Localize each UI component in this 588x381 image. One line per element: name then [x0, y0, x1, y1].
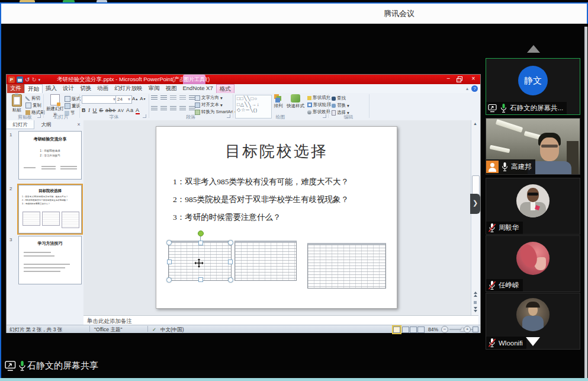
tab-home[interactable]: 开始	[24, 84, 43, 93]
resize-handle[interactable]	[228, 240, 233, 245]
tab-design[interactable]: 设计	[60, 84, 77, 93]
tab-endnote[interactable]: EndNote X7	[180, 84, 216, 93]
close-button[interactable]: ×	[469, 75, 478, 83]
help-icon[interactable]: ?	[471, 85, 478, 92]
spellcheck-icon[interactable]: ✓	[152, 326, 156, 332]
resize-handle[interactable]	[228, 260, 233, 264]
next-slide-button[interactable]	[472, 306, 478, 313]
glasses	[541, 145, 558, 148]
font-style-buttons[interactable]: B I U S abc AV Aa A	[82, 107, 140, 113]
resize-handle[interactable]	[166, 240, 172, 245]
resize-handle[interactable]	[228, 277, 233, 283]
tab-review[interactable]: 审阅	[146, 84, 163, 93]
alignment-buttons[interactable]	[151, 106, 197, 111]
replace-button[interactable]: 替换 ▾	[332, 103, 349, 108]
group-label-paragraph: 段落	[149, 114, 233, 120]
ppt-titlebar[interactable]: P ↺ ↻ ▾ 考研经验交流分享.pptx - Microsoft PowerP…	[7, 75, 480, 84]
rotation-handle[interactable]	[198, 230, 204, 236]
tab-transitions[interactable]: 切换	[77, 84, 94, 93]
qat-dropdown-icon[interactable]: ▾	[38, 76, 41, 83]
align-center-icon	[160, 106, 167, 111]
tab-insert[interactable]: 插入	[43, 84, 60, 93]
minimize-button[interactable]: −	[444, 75, 453, 83]
reading-view-button[interactable]	[410, 326, 417, 333]
slide-sorter-button[interactable]	[402, 326, 409, 333]
resize-handle[interactable]	[167, 260, 172, 264]
paste-button[interactable]: 粘贴	[9, 94, 24, 113]
shape-outline-button[interactable]: 形状轮廓 ▾	[307, 102, 335, 108]
slide-canvas[interactable]: 目标院校选择 1：双非考入985类学校有没有可能，难度大不大？ 2：985类院校…	[83, 120, 471, 315]
reset-button[interactable]: 重设	[65, 103, 81, 109]
participant-tile-video[interactable]: 高建邦	[486, 118, 580, 175]
sidebar-scroll-track[interactable]	[584, 27, 587, 378]
tab-view[interactable]: 视图	[163, 84, 180, 93]
window-border	[0, 2, 1, 380]
participants-scroll-up-icon[interactable]	[527, 45, 540, 53]
zoom-out-button[interactable]: −	[441, 326, 448, 333]
zoom-in-button[interactable]: +	[464, 326, 471, 333]
slide-bullet[interactable]: 2：985类院校是否对于双非学校学生有歧视现象？	[173, 194, 349, 205]
notes-scroll-icons[interactable]: ▲▼	[87, 316, 477, 324]
undo-icon[interactable]: ↺	[25, 76, 30, 83]
slideshow-button[interactable]	[417, 326, 425, 333]
redo-icon[interactable]: ↻	[31, 76, 36, 83]
restore-button[interactable]	[457, 75, 465, 83]
tab-file[interactable]: 文件	[7, 84, 24, 93]
tab-slideshow[interactable]: 幻灯片放映	[111, 84, 146, 93]
participant-tile[interactable]: 任峥嵘	[486, 235, 580, 292]
sidebar-collapse-handle[interactable]: ❯	[470, 194, 480, 214]
tab-format[interactable]: 格式	[216, 84, 234, 93]
previous-slide-button[interactable]	[472, 291, 478, 297]
cut-button[interactable]: 剪切	[25, 95, 40, 101]
ppt-logo-icon[interactable]: P	[8, 76, 15, 83]
slide-thumbnail-1[interactable]: 考研经验交流分享 1：目标院校选择 2：学习方法技巧	[18, 131, 82, 180]
font-name-box[interactable]: ▾	[82, 95, 117, 104]
copy-icon	[25, 103, 31, 108]
slide-bullet[interactable]: 1：双非考入985类学校有没有可能，难度大不大？	[173, 177, 349, 187]
fit-to-window-button[interactable]	[473, 326, 478, 332]
copy-button[interactable]: 复制	[25, 103, 41, 108]
slide-thumbnail-3[interactable]: 学习方法技巧	[18, 236, 82, 284]
notes-pane[interactable]: 单击此处添加备注 ▲▼	[83, 315, 478, 325]
resize-handle[interactable]	[198, 241, 203, 245]
list-indent-buttons[interactable]	[151, 95, 197, 101]
grow-shrink-font[interactable]: A▴ A▾	[132, 96, 146, 101]
language-indicator[interactable]: 中文(中国)	[160, 326, 184, 334]
normal-view-button[interactable]	[393, 326, 400, 333]
resize-handle[interactable]	[166, 277, 172, 283]
vertical-scrollbar[interactable]: ▲	[471, 120, 479, 315]
align-text-button[interactable]: 对齐文本 ▾	[195, 102, 223, 108]
collapse-ribbon-icon[interactable]: ▴	[466, 86, 468, 91]
panel-close-icon[interactable]: ×	[75, 120, 82, 129]
avatar	[516, 184, 550, 217]
panel-tab-slides[interactable]: 幻灯片	[7, 120, 34, 129]
meeting-titlebar[interactable]	[0, 2, 588, 24]
picture-tools-group[interactable]: 图片工具	[183, 75, 205, 84]
browse-object-button[interactable]	[472, 300, 478, 305]
slide-editing-area[interactable]: 目标院校选择 1：双非考入985类学校有没有可能，难度大不大？ 2：985类院校…	[156, 126, 397, 309]
find-button[interactable]: 查找	[332, 95, 346, 101]
text-direction-button[interactable]: 文字方向 ▾	[195, 95, 223, 101]
shape-fill-button[interactable]: 形状填充 ▾	[307, 95, 334, 101]
participant-tile[interactable]: 周毅华	[486, 178, 580, 235]
new-slide-icon	[50, 94, 60, 105]
tab-animations[interactable]: 动画	[94, 84, 111, 93]
font-size-box[interactable]: 24▾	[115, 95, 132, 104]
slide-bullet[interactable]: 3：考研的时候需要注意什么？	[173, 212, 281, 223]
participant-tile-sharer[interactable]: 静文 石静文的屏幕共...	[486, 58, 580, 115]
layout-button[interactable]: 版式	[65, 96, 81, 102]
scroll-up-icon[interactable]: ▲	[472, 121, 478, 126]
save-icon[interactable]	[17, 76, 23, 83]
table-image-3[interactable]	[307, 243, 386, 289]
zoom-level[interactable]: 84%	[428, 326, 438, 332]
panel-tab-outline[interactable]: 大纲	[34, 120, 58, 129]
participants-scroll-down-icon[interactable]	[526, 337, 540, 346]
slide-thumbnail-2-selected[interactable]: 目标院校选择 1：双非考入985类学校有没有可能，难度大不大？ 2：985类院校…	[18, 185, 82, 233]
resize-handle[interactable]	[198, 277, 203, 282]
quick-styles-icon	[291, 94, 300, 103]
slide-title[interactable]: 目标院校选择	[156, 141, 397, 162]
table-image-2[interactable]	[234, 241, 297, 281]
arrange-button[interactable]: 排列	[272, 94, 285, 109]
quick-styles-button[interactable]: 快速样式	[286, 94, 305, 109]
table-image-1-selected[interactable]	[168, 241, 232, 281]
